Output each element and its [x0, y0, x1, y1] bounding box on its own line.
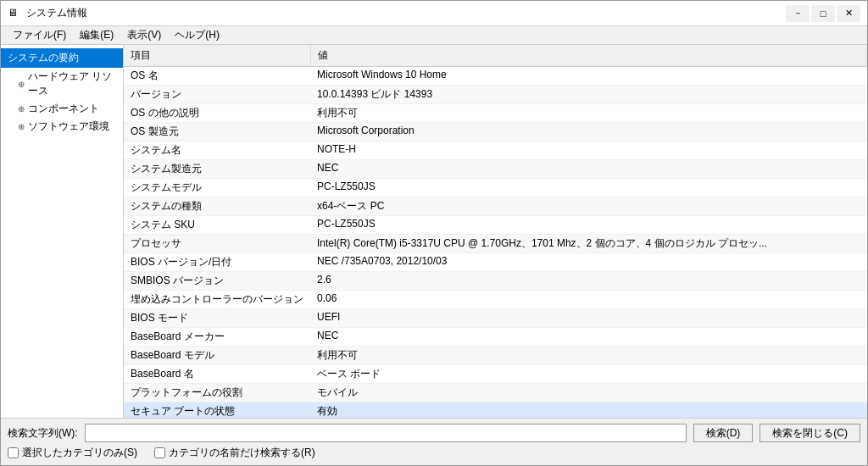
- table-cell-item: BIOS モード: [124, 309, 310, 328]
- table-cell-item: OS 名: [124, 67, 310, 86]
- table-cell-value: 利用不可: [310, 347, 867, 365]
- table-row: 埋め込みコントローラーのバージョン0.06: [124, 291, 867, 309]
- table-cell-item: システム製造元: [124, 160, 310, 179]
- sidebar-label-hardware: ハードウェア リソース: [28, 69, 116, 98]
- table-row: SMBIOS バージョン2.6: [124, 272, 867, 291]
- table-cell-value: Microsoft Corporation: [310, 123, 867, 141]
- close-search-button[interactable]: 検索を閉じる(C): [760, 424, 860, 442]
- expand-icon-software: ⊕: [18, 122, 25, 131]
- table-row: BIOS バージョン/日付NEC /735A0703, 2012/10/03: [124, 253, 867, 272]
- table-row: システム製造元NEC: [124, 160, 867, 179]
- checkbox-row: 選択したカテゴリのみ(S) カテゴリの名前だけ検索する(R): [8, 446, 860, 460]
- search-button[interactable]: 検索(D): [693, 424, 754, 442]
- table-cell-value: PC-LZ550JS: [310, 216, 867, 235]
- table-row: OS 製造元Microsoft Corporation: [124, 123, 867, 141]
- table-row: システムの種類x64-ベース PC: [124, 197, 867, 216]
- title-bar-controls: － □ ✕: [786, 5, 860, 22]
- table-row: BIOS モードUEFI: [124, 309, 867, 328]
- maximize-button[interactable]: □: [811, 5, 835, 22]
- table-cell-item: OS の他の説明: [124, 104, 310, 123]
- table-row: システム SKUPC-LZ550JS: [124, 216, 867, 235]
- table-cell-item: BaseBoard 名: [124, 365, 310, 384]
- table-row: システム名NOTE-H: [124, 141, 867, 160]
- table-cell-value: Intel(R) Core(TM) i5-3317U CPU @ 1.70GHz…: [310, 235, 867, 253]
- expand-icon-hardware: ⊕: [18, 80, 25, 89]
- table-row: OS の他の説明利用不可: [124, 104, 867, 123]
- menu-help[interactable]: ヘルプ(H): [168, 26, 226, 44]
- checkbox-selected-only[interactable]: [8, 447, 19, 458]
- checkbox-category-name-text: カテゴリの名前だけ検索する(R): [169, 446, 315, 460]
- sidebar: システムの要約 ⊕ ハードウェア リソース ⊕ コンポーネント ⊕ ソフトウェア…: [1, 45, 124, 418]
- menu-file[interactable]: ファイル(F): [6, 26, 73, 44]
- table-cell-item: 埋め込みコントローラーのバージョン: [124, 291, 310, 309]
- table-row: プラットフォームの役割モバイル: [124, 384, 867, 402]
- table-cell-item: システムの種類: [124, 197, 310, 216]
- checkbox-category-name[interactable]: [154, 447, 165, 458]
- table-cell-item: システム名: [124, 141, 310, 160]
- table-cell-item: BIOS バージョン/日付: [124, 253, 310, 272]
- menu-edit[interactable]: 編集(E): [73, 26, 120, 44]
- table-cell-item: システム SKU: [124, 216, 310, 235]
- table-row: OS 名Microsoft Windows 10 Home: [124, 67, 867, 86]
- table-cell-value: UEFI: [310, 309, 867, 328]
- checkbox-selected-only-text: 選択したカテゴリのみ(S): [22, 446, 137, 460]
- table-cell-value: NEC /735A0703, 2012/10/03: [310, 253, 867, 272]
- table-row: バージョン10.0.14393 ビルド 14393: [124, 86, 867, 104]
- main-window: 🖥 システム情報 － □ ✕ ファイル(F) 編集(E) 表示(V) ヘルプ(H…: [0, 0, 868, 466]
- checkbox-category-name-label[interactable]: カテゴリの名前だけ検索する(R): [154, 446, 315, 460]
- table-row: BaseBoard モデル利用不可: [124, 347, 867, 365]
- title-bar-left: 🖥 システム情報: [8, 6, 87, 20]
- close-button[interactable]: ✕: [837, 5, 860, 22]
- table-cell-item: バージョン: [124, 86, 310, 104]
- table-cell-item: システムモデル: [124, 179, 310, 197]
- table-container[interactable]: 項目 値 OS 名Microsoft Windows 10 Homeバージョン1…: [124, 45, 867, 418]
- app-icon: 🖥: [8, 7, 21, 20]
- table-cell-value: NEC: [310, 328, 867, 347]
- sidebar-label-software: ソフトウェア環境: [28, 119, 109, 134]
- col-header-item: 項目: [124, 45, 310, 67]
- sidebar-item-components[interactable]: ⊕ コンポーネント: [1, 100, 123, 118]
- menu-bar: ファイル(F) 編集(E) 表示(V) ヘルプ(H): [1, 26, 867, 45]
- table-cell-value: 10.0.14393 ビルド 14393: [310, 86, 867, 104]
- checkbox-selected-only-label[interactable]: 選択したカテゴリのみ(S): [8, 446, 137, 460]
- table-cell-value: 利用不可: [310, 104, 867, 123]
- table-cell-value: 2.6: [310, 272, 867, 291]
- table-cell-value: 有効: [310, 402, 867, 419]
- table-cell-item: セキュア ブートの状態: [124, 402, 310, 419]
- table-cell-value: 0.06: [310, 291, 867, 309]
- window-title: システム情報: [26, 6, 87, 20]
- info-table: 項目 値 OS 名Microsoft Windows 10 Homeバージョン1…: [124, 45, 867, 418]
- sidebar-label-components: コンポーネント: [28, 102, 99, 116]
- col-header-value: 値: [310, 45, 867, 67]
- main-content: システムの要約 ⊕ ハードウェア リソース ⊕ コンポーネント ⊕ ソフトウェア…: [1, 45, 867, 418]
- expand-icon-components: ⊕: [18, 104, 25, 114]
- table-cell-value: NOTE-H: [310, 141, 867, 160]
- table-row: セキュア ブートの状態有効: [124, 402, 867, 419]
- sidebar-item-hardware[interactable]: ⊕ ハードウェア リソース: [1, 68, 123, 100]
- table-cell-item: プラットフォームの役割: [124, 384, 310, 402]
- search-row: 検索文字列(W): 検索(D) 検索を閉じる(C): [8, 424, 860, 442]
- bottom-bar: 検索文字列(W): 検索(D) 検索を閉じる(C) 選択したカテゴリのみ(S) …: [1, 418, 867, 465]
- table-cell-value: モバイル: [310, 384, 867, 402]
- table-cell-value: x64-ベース PC: [310, 197, 867, 216]
- table-cell-value: NEC: [310, 160, 867, 179]
- sidebar-item-summary[interactable]: システムの要約: [1, 48, 123, 68]
- table-row: プロセッサIntel(R) Core(TM) i5-3317U CPU @ 1.…: [124, 235, 867, 253]
- table-cell-item: プロセッサ: [124, 235, 310, 253]
- table-cell-item: SMBIOS バージョン: [124, 272, 310, 291]
- title-bar: 🖥 システム情報 － □ ✕: [1, 1, 867, 26]
- sidebar-item-software[interactable]: ⊕ ソフトウェア環境: [1, 118, 123, 136]
- table-row: BaseBoard メーカーNEC: [124, 328, 867, 347]
- table-cell-value: Microsoft Windows 10 Home: [310, 67, 867, 86]
- table-cell-item: OS 製造元: [124, 123, 310, 141]
- table-row: システムモデルPC-LZ550JS: [124, 179, 867, 197]
- table-cell-value: ベース ボード: [310, 365, 867, 384]
- minimize-button[interactable]: －: [786, 5, 810, 22]
- search-input[interactable]: [85, 424, 687, 442]
- table-row: BaseBoard 名ベース ボード: [124, 365, 867, 384]
- search-label: 検索文字列(W):: [8, 426, 78, 441]
- table-cell-item: BaseBoard メーカー: [124, 328, 310, 347]
- table-cell-value: PC-LZ550JS: [310, 179, 867, 197]
- menu-view[interactable]: 表示(V): [120, 26, 168, 44]
- content-area: 項目 値 OS 名Microsoft Windows 10 Homeバージョン1…: [124, 45, 867, 418]
